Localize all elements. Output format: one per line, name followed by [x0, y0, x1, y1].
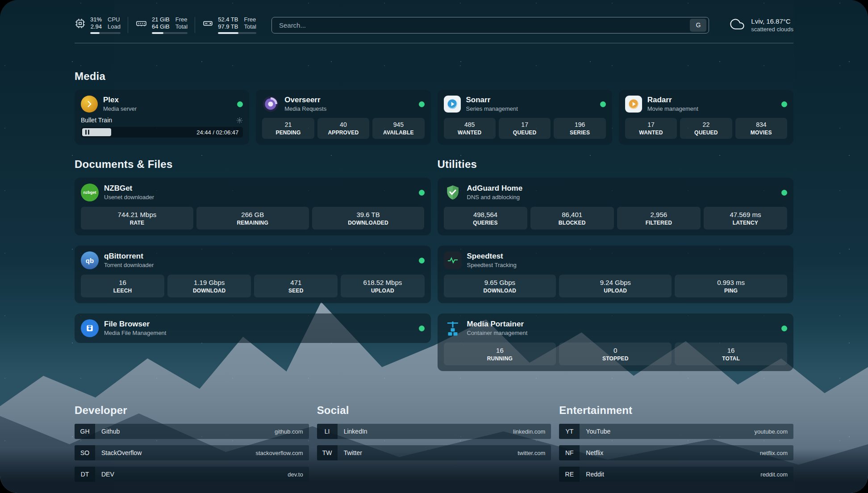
bookmark-name: LinkedIn [344, 428, 367, 435]
bookmark-dev[interactable]: DT DEV dev.to [75, 467, 309, 482]
bookmark-linkedin[interactable]: LI LinkedIn linkedin.com [317, 424, 551, 439]
stat-upload: 618.52 MbpsUPLOAD [341, 275, 424, 297]
stat-filtered: 2,956FILTERED [617, 207, 701, 230]
bookmark-url: github.com [275, 428, 303, 435]
bookmark-youtube[interactable]: YT YouTube youtube.com [559, 424, 793, 439]
weather-location: Lviv, 16.87°C [751, 17, 793, 25]
app-card-plex[interactable]: Plex Media server Bullet Train [75, 90, 249, 145]
bookmark-twitter[interactable]: TW Twitter twitter.com [317, 445, 551, 460]
bookmark-abbr: NF [559, 445, 580, 460]
ram-free-label: Free [175, 16, 188, 23]
cpu-load: 2.94 [90, 23, 102, 30]
search-input[interactable] [278, 21, 690, 29]
bookmark-abbr: RE [559, 467, 580, 482]
stat-queued: 17QUEUED [499, 118, 551, 139]
bookmark-url: reddit.com [760, 471, 788, 478]
header-divider [75, 43, 793, 43]
section-title-files: Documents & Files [75, 158, 431, 171]
stat-rate: 744.21 MbpsRATE [81, 207, 193, 230]
adguard-icon [444, 184, 462, 201]
app-card-adguard[interactable]: AdGuard Home DNS and adblocking 498,564Q… [438, 178, 794, 235]
disk-total-label: Total [244, 23, 256, 30]
app-subtitle: Media File Management [104, 330, 166, 337]
playback-progress-bar[interactable]: 24:44 / 02:06:47 [81, 127, 243, 138]
stat-movies: 834MOVIES [735, 118, 787, 139]
cpu-stat: 31% CPU 2.94 Load [75, 16, 121, 34]
stat-queries: 498,564QUERIES [444, 207, 527, 230]
app-name: AdGuard Home [467, 184, 523, 193]
app-card-overseerr[interactable]: Overseerr Media Requests 21PENDING 40APP… [256, 90, 430, 145]
app-card-portainer[interactable]: Media Portainer Container management 16R… [438, 313, 794, 371]
app-subtitle: Media server [103, 106, 137, 113]
search-bar[interactable]: G [271, 17, 709, 33]
app-card-radarr[interactable]: Radarr Movie management 17WANTED 22QUEUE… [619, 90, 793, 145]
radarr-icon [625, 96, 642, 113]
section-utilities: Utilities [438, 158, 794, 371]
disk-icon [202, 16, 213, 29]
section-media: Media Plex Media server [75, 70, 793, 145]
app-subtitle: Torrent downloader [104, 262, 154, 269]
app-card-speedtest[interactable]: Speedtest Speedtest Tracking 9.65 GbpsDO… [438, 246, 794, 303]
bookmark-name: StackOverflow [101, 449, 142, 456]
disk-total: 97.9 TB [218, 23, 238, 30]
stat-download: 1.19 GbpsDOWNLOAD [167, 275, 251, 297]
cpu-load-label: Load [108, 23, 121, 30]
disk-stat: 52.4 TB Free 97.9 TB Total [202, 16, 256, 34]
disk-free: 52.4 TB [218, 16, 238, 23]
header-bar: 31% CPU 2.94 Load [75, 16, 793, 34]
app-name: Plex [103, 96, 137, 104]
app-name: Sonarr [466, 96, 518, 104]
playback-time: 24:44 / 02:06:47 [196, 129, 238, 136]
stat-blocked: 86,401BLOCKED [530, 207, 614, 230]
app-subtitle: Movie management [647, 106, 698, 113]
stat-remaining: 266 GBREMAINING [196, 207, 309, 230]
status-dot [419, 326, 425, 331]
cloud-icon [729, 17, 746, 33]
search-engine-button[interactable]: G [690, 19, 706, 32]
ram-total: 64 GiB [152, 23, 170, 30]
section-title-utilities: Utilities [438, 158, 794, 171]
weather-widget[interactable]: Lviv, 16.87°C scattered clouds [729, 17, 793, 33]
app-card-sonarr[interactable]: Sonarr Series management 485WANTED 17QUE… [438, 90, 612, 145]
portainer-icon [444, 319, 462, 337]
stat-running: 16RUNNING [444, 343, 556, 365]
sonarr-icon [444, 96, 461, 113]
bookmark-abbr: TW [317, 445, 338, 460]
bookmark-abbr: SO [75, 445, 95, 460]
app-card-qbittorrent[interactable]: qb qBittorrent Torrent downloader 16LEEC… [75, 246, 431, 303]
cpu-percent: 31% [90, 16, 102, 23]
divider [128, 17, 128, 33]
app-card-filebrowser[interactable]: File Browser Media File Management [75, 313, 431, 343]
app-name: qBittorrent [104, 252, 154, 261]
bookmark-url: netflix.com [760, 450, 788, 456]
bookmark-github[interactable]: GH Github github.com [75, 424, 309, 439]
status-dot [419, 101, 425, 107]
bookmark-reddit[interactable]: RE Reddit reddit.com [559, 467, 793, 482]
status-dot [419, 258, 425, 263]
bookmark-url: twitter.com [517, 450, 545, 456]
bookmark-name: Reddit [586, 471, 604, 478]
now-playing-title: Bullet Train [81, 117, 112, 124]
bookmark-stackoverflow[interactable]: SO StackOverflow stackoverflow.com [75, 445, 309, 460]
bookmark-url: linkedin.com [513, 428, 545, 435]
stat-upload: 9.24 GbpsUPLOAD [559, 275, 672, 297]
status-dot [781, 190, 787, 196]
pause-button[interactable] [85, 130, 89, 135]
app-name: Media Portainer [467, 320, 528, 329]
app-card-nzbget[interactable]: nzbget NZBGet Usenet downloader 744.21 M… [75, 178, 431, 235]
disk-free-label: Free [244, 16, 256, 23]
section-entertainment: Entertainment YT YouTube youtube.com NF … [559, 404, 793, 488]
bookmark-netflix[interactable]: NF Netflix netflix.com [559, 445, 793, 460]
app-name: NZBGet [104, 184, 154, 193]
bookmark-abbr: DT [75, 467, 95, 482]
stat-latency: 47.569 msLATENCY [704, 207, 787, 230]
settings-icon[interactable] [236, 117, 243, 124]
status-dot [781, 326, 787, 331]
stat-approved: 40APPROVED [317, 118, 369, 139]
app-name: Speedtest [467, 252, 517, 261]
app-name: File Browser [104, 320, 166, 329]
section-developer: Developer GH Github github.com SO StackO… [75, 404, 309, 488]
cpu-label: CPU [108, 16, 121, 23]
ram-stat: 21 GiB Free 64 GiB Total [135, 16, 188, 34]
stat-total: 16TOTAL [675, 343, 787, 365]
